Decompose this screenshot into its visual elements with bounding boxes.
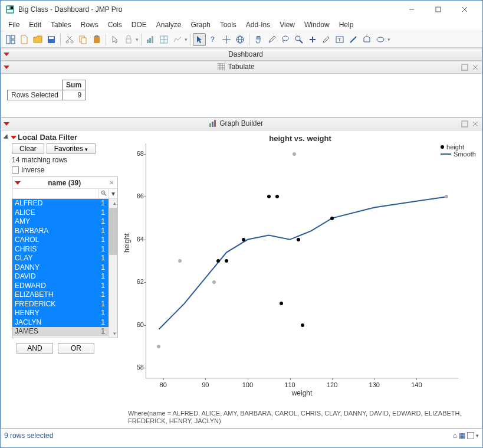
x-tick-label: 120: [323, 381, 341, 388]
list-item[interactable]: EDWARD1: [12, 282, 109, 291]
disclosure-icon[interactable]: [3, 134, 9, 140]
list-item[interactable]: ALFRED1: [12, 199, 109, 208]
tb-plus-icon[interactable]: [306, 33, 319, 46]
tb-polygon-icon[interactable]: [360, 33, 373, 46]
menu-cols[interactable]: Cols: [104, 19, 126, 30]
tabulate-icon: [218, 63, 225, 72]
scroll-down-icon[interactable]: ▾: [113, 331, 116, 336]
tb-chart3-icon[interactable]: [171, 33, 184, 46]
tb-lasso-icon[interactable]: [279, 33, 292, 46]
disclosure-icon[interactable]: [4, 122, 9, 126]
and-button[interactable]: AND: [17, 343, 53, 354]
scroll-up-icon[interactable]: ▴: [113, 200, 116, 206]
list-item[interactable]: ELIZABETH1: [12, 290, 109, 300]
menu-doe[interactable]: DOE: [127, 19, 151, 30]
status-icon-2[interactable]: ▦: [459, 431, 465, 440]
tb-new-icon[interactable]: [18, 33, 31, 46]
menu-graph[interactable]: Graph: [186, 19, 214, 30]
red-triangle-icon[interactable]: [11, 136, 17, 139]
tb-open-icon[interactable]: [31, 33, 44, 46]
data-point[interactable]: [216, 259, 220, 263]
list-item[interactable]: HENRY1: [12, 309, 109, 318]
data-point[interactable]: [301, 323, 304, 327]
list-item[interactable]: CAROL1: [12, 236, 109, 245]
scrollbar-thumb[interactable]: [109, 208, 117, 255]
menu-analyze[interactable]: Analyze: [152, 19, 186, 30]
tb-help-icon[interactable]: ?: [206, 33, 219, 46]
svg-point-34: [282, 36, 288, 41]
tb-cursor-icon[interactable]: [109, 33, 121, 46]
list-item[interactable]: CLAY1: [12, 254, 109, 263]
data-point[interactable]: [293, 152, 296, 156]
data-point[interactable]: [297, 238, 300, 241]
menu-tools[interactable]: Tools: [216, 19, 241, 30]
popout-icon[interactable]: [461, 63, 469, 71]
list-item[interactable]: FREDERICK1: [12, 300, 109, 309]
tb-layout-icon[interactable]: [4, 33, 17, 46]
list-item[interactable]: BARBARA1: [12, 227, 109, 236]
menu-add-ins[interactable]: Add-Ins: [242, 19, 274, 30]
close-icon[interactable]: ×: [108, 178, 115, 187]
menu-tables[interactable]: Tables: [47, 19, 75, 30]
menu-window[interactable]: Window: [300, 19, 334, 30]
minimize-button[interactable]: [398, 1, 425, 18]
close-icon[interactable]: [471, 63, 479, 71]
disclosure-icon[interactable]: [4, 53, 9, 56]
tb-cut-icon[interactable]: [63, 33, 76, 46]
status-box-icon[interactable]: [467, 432, 474, 439]
chevron-down-icon[interactable]: ▾: [108, 189, 117, 198]
where-clause: Where(name = ALFRED, ALICE, AMY, BARBARA…: [128, 410, 476, 426]
search-input[interactable]: [12, 189, 98, 198]
tb-globe-icon[interactable]: [234, 33, 247, 46]
scrollbar[interactable]: ▴ ▾: [109, 199, 117, 338]
list-item[interactable]: DANNY1: [12, 263, 109, 273]
tb-copy-icon[interactable]: [77, 33, 90, 46]
popout-icon[interactable]: [461, 120, 469, 128]
svg-rect-5: [436, 7, 441, 12]
tb-text-icon[interactable]: T: [333, 33, 346, 46]
tb-save-icon[interactable]: [45, 33, 58, 46]
favorites-button[interactable]: Favorites: [47, 143, 96, 154]
list-item[interactable]: JACLYN1: [12, 318, 109, 328]
tb-crosshair-icon[interactable]: [220, 33, 233, 46]
list-item[interactable]: ALICE1: [12, 208, 109, 218]
red-triangle-icon[interactable]: [15, 181, 21, 185]
plot-area[interactable]: 5860626466688090100110120130140: [146, 143, 458, 378]
list-item[interactable]: AMY1: [12, 217, 109, 227]
tb-chart2-icon[interactable]: [157, 33, 170, 46]
data-point[interactable]: [330, 217, 334, 220]
status-dropdown-icon[interactable]: ▾: [476, 433, 479, 439]
tb-brush-icon[interactable]: [265, 33, 278, 46]
list-item[interactable]: CHRIS1: [12, 245, 109, 254]
inverse-checkbox[interactable]: [12, 166, 19, 174]
maximize-button[interactable]: [425, 1, 451, 18]
disclosure-icon[interactable]: [4, 66, 9, 69]
list-item[interactable]: JAMES1: [12, 327, 109, 336]
data-point[interactable]: [242, 238, 245, 241]
tb-line-icon[interactable]: [347, 33, 360, 46]
data-point[interactable]: [212, 280, 216, 284]
tb-paste-icon[interactable]: [90, 33, 103, 46]
tb-chart1-icon[interactable]: [144, 33, 157, 46]
menu-file[interactable]: File: [4, 19, 24, 30]
tb-lock-icon[interactable]: [122, 33, 135, 46]
status-icon-1[interactable]: ⌂: [453, 431, 457, 440]
tb-pencil-icon[interactable]: [320, 33, 333, 46]
menu-edit[interactable]: Edit: [25, 19, 45, 30]
menu-rows[interactable]: Rows: [77, 19, 103, 30]
close-icon[interactable]: [471, 120, 479, 128]
list-item[interactable]: DAVID1: [12, 272, 109, 282]
tb-ellipse-icon[interactable]: [374, 33, 387, 46]
tb-arrow-tool-icon[interactable]: [193, 33, 206, 46]
tb-zoom-icon[interactable]: [293, 33, 305, 46]
menu-view[interactable]: View: [275, 19, 299, 30]
tb-hand-icon[interactable]: [252, 33, 265, 46]
search-icon[interactable]: 🔍︎: [98, 189, 108, 198]
tabulate-table: Sum Rows Selected9: [7, 80, 86, 100]
name-list[interactable]: ▴ ▾ ALFRED1ALICE1AMY1BARBARA1CAROL1CHRIS…: [12, 199, 117, 338]
close-button[interactable]: [451, 1, 478, 18]
menu-help[interactable]: Help: [335, 19, 358, 30]
clear-button[interactable]: Clear: [12, 143, 44, 154]
or-button[interactable]: OR: [58, 343, 94, 354]
svg-rect-51: [209, 123, 211, 127]
